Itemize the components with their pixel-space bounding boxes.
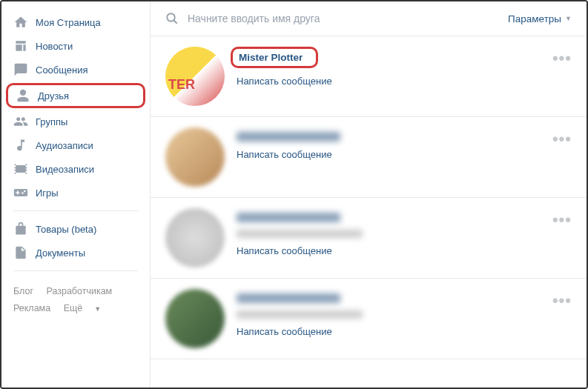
friend-row: Написать сообщение •••: [151, 117, 587, 198]
nav-my-page[interactable]: Моя Страница: [1, 10, 150, 34]
friend-name-link[interactable]: [237, 213, 340, 222]
news-icon: [13, 39, 28, 53]
nav-label: Игры: [36, 187, 59, 199]
friend-info: Mister Plotter Написать сообщение: [237, 47, 552, 106]
games-icon: [13, 185, 28, 200]
friends-icon: [16, 88, 30, 103]
friend-info: Написать сообщение: [237, 208, 552, 267]
avatar[interactable]: [165, 289, 225, 348]
home-icon: [13, 15, 28, 30]
footer-devs[interactable]: Разработчикам: [47, 283, 113, 300]
video-icon: [13, 162, 28, 176]
nav-video[interactable]: Видеозаписи: [1, 157, 150, 181]
main-content: Параметры ▼ Mister Plotter Написать сооб…: [150, 1, 587, 388]
friend-name-link[interactable]: [237, 132, 340, 142]
sidebar: Моя Страница Новости Сообщения Друзья Гр…: [1, 1, 150, 388]
nav-label: Видеозаписи: [36, 164, 94, 175]
nav-audio[interactable]: Аудиозаписи: [1, 133, 150, 157]
nav-label: Документы: [36, 247, 85, 259]
params-dropdown[interactable]: Параметры ▼: [508, 13, 572, 24]
groups-icon: [13, 114, 28, 129]
divider: [13, 210, 138, 211]
nav-docs[interactable]: Документы: [1, 241, 150, 265]
footer-links: Блог Разработчикам Реклама Ещё▼: [1, 277, 150, 322]
more-actions-button[interactable]: •••: [552, 208, 572, 267]
nav-games[interactable]: Игры: [1, 181, 150, 205]
nav-label: Товары (beta): [36, 224, 96, 235]
audio-icon: [13, 138, 28, 153]
search-icon: [165, 12, 179, 25]
messages-icon: [13, 62, 28, 77]
more-actions-button[interactable]: •••: [552, 127, 572, 187]
friend-info: Написать сообщение: [237, 127, 552, 187]
market-icon: [13, 222, 28, 236]
write-message-link[interactable]: Написать сообщение: [237, 149, 552, 160]
friend-name-link[interactable]: Mister Plotter: [231, 47, 318, 68]
write-message-link[interactable]: Написать сообщение: [237, 76, 552, 87]
nav-label: Друзья: [38, 90, 69, 102]
footer-blog[interactable]: Блог: [13, 283, 33, 300]
friend-info: Написать сообщение: [237, 289, 552, 348]
svg-point-0: [167, 13, 175, 21]
friend-row: Mister Plotter Написать сообщение •••: [151, 36, 587, 117]
search-bar: Параметры ▼: [151, 1, 587, 36]
nav-market[interactable]: Товары (beta): [1, 217, 150, 241]
nav-friends[interactable]: Друзья: [6, 83, 145, 108]
search-input[interactable]: [188, 13, 508, 24]
svg-line-1: [174, 20, 177, 24]
nav-groups[interactable]: Группы: [1, 110, 150, 133]
friend-subtitle: [237, 310, 363, 319]
nav-label: Аудиозаписи: [36, 140, 93, 151]
friend-row: Написать сообщение •••: [151, 198, 587, 279]
nav-label: Моя Страница: [36, 17, 101, 28]
divider: [13, 270, 138, 271]
friend-row: Написать сообщение •••: [151, 279, 587, 359]
nav-label: Новости: [36, 41, 73, 52]
more-actions-button[interactable]: •••: [552, 289, 572, 348]
avatar[interactable]: [165, 127, 225, 187]
write-message-link[interactable]: Написать сообщение: [237, 326, 552, 337]
nav-label: Группы: [36, 116, 67, 127]
avatar[interactable]: [165, 47, 225, 106]
chevron-down-icon: ▼: [94, 303, 101, 315]
footer-ads[interactable]: Реклама: [13, 300, 50, 317]
footer-more[interactable]: Ещё▼: [64, 300, 112, 317]
avatar[interactable]: [165, 208, 225, 267]
chevron-down-icon: ▼: [565, 15, 572, 22]
nav-messages[interactable]: Сообщения: [1, 58, 150, 82]
docs-icon: [13, 245, 28, 260]
write-message-link[interactable]: Написать сообщение: [237, 245, 552, 256]
friend-subtitle: [237, 230, 363, 238]
friend-name-link[interactable]: [237, 293, 340, 303]
nav-label: Сообщения: [36, 64, 88, 76]
more-actions-button[interactable]: •••: [552, 47, 572, 106]
nav-news[interactable]: Новости: [1, 34, 150, 58]
